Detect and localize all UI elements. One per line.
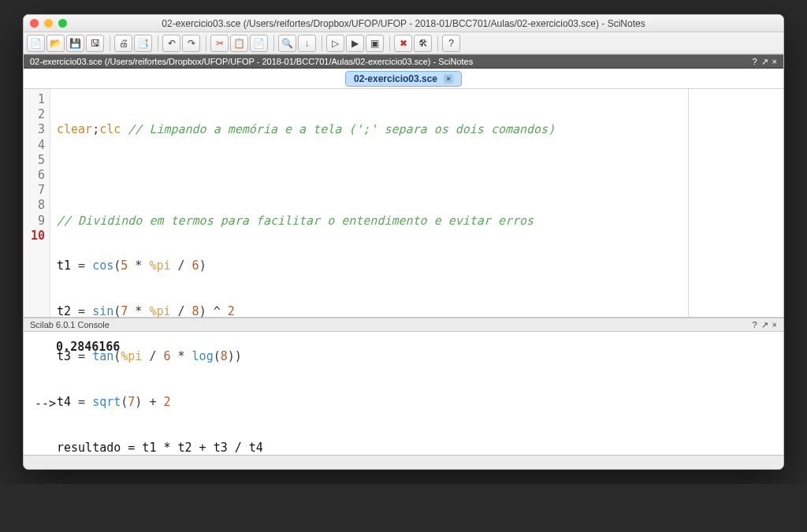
save-button[interactable]: 💾	[66, 35, 84, 52]
editor-pane-header: 02-exercicio03.sce (/Users/reifortes/Dro…	[24, 54, 783, 69]
operator: =	[78, 349, 85, 364]
operator: =	[78, 395, 85, 410]
open-file-button[interactable]: 📂	[46, 35, 65, 52]
minimize-window-icon[interactable]	[44, 19, 53, 28]
console-pane-expand-icon[interactable]: ↗	[761, 320, 768, 330]
operator: *	[171, 349, 192, 364]
editor-pane-close-icon[interactable]: ×	[772, 57, 777, 66]
new-file-button[interactable]: 📄	[27, 35, 45, 52]
print-button[interactable]: 🖨	[114, 35, 132, 52]
code-line[interactable]: resultado = t1 * t2 + t3 / t4	[57, 441, 682, 456]
code-line[interactable]: // Dividindo em termos para facilitar o …	[57, 214, 682, 229]
number: 2	[163, 395, 170, 410]
number: 8	[221, 349, 228, 364]
constant: %pi	[149, 304, 170, 319]
function: cos	[92, 259, 113, 273]
number: 6	[163, 349, 170, 364]
line-number: 1	[25, 92, 45, 107]
line-number: 2	[25, 107, 45, 122]
operator: =	[78, 259, 85, 273]
code-line[interactable]: clear;clc // Limpando a memória e a tela…	[57, 122, 682, 137]
keyword: clc	[99, 122, 121, 137]
line-number: 4	[25, 138, 45, 153]
number: 7	[128, 395, 135, 410]
zoom-window-icon[interactable]	[58, 19, 67, 28]
paren: )	[135, 395, 142, 410]
operator: /	[171, 259, 192, 273]
save-all-button[interactable]: 🖫	[86, 35, 104, 52]
number: 6	[192, 259, 199, 273]
code-editor[interactable]: 1 2 3 4 5 6 7 8 9 10 clear;clc // Limpan…	[24, 89, 783, 318]
line-number: 7	[25, 183, 45, 198]
toolbar-separator	[273, 35, 274, 51]
number: 5	[121, 259, 128, 273]
line-number-current: 10	[25, 229, 45, 244]
code-area[interactable]: clear;clc // Limpando a memória e a tela…	[50, 89, 689, 317]
identifier: t4	[57, 395, 78, 410]
toolbar: 📄 📂 💾 🖫 🖨 📑 ↶ ↷ ✂ 📋 📄 🔍 ↓ ▷ ▶ ▣ ✖ 🛠 ?	[24, 32, 783, 54]
code-line[interactable]: t1 = cos(5 * %pi / 6)	[57, 259, 682, 273]
number: 8	[192, 304, 199, 319]
tab-file[interactable]: 02-exercicio03.sce ×	[345, 71, 462, 87]
window-title: 02-exercicio03.sce (/Users/reifortes/Dro…	[30, 18, 777, 29]
paren: )	[199, 259, 206, 273]
function: sin	[92, 304, 113, 319]
code-line[interactable]: t2 = sin(7 * %pi / 8) ^ 2	[57, 304, 682, 319]
operator: =	[78, 304, 85, 319]
run-button[interactable]: ▷	[326, 35, 344, 52]
code-line[interactable]: t3 = tan(%pi / 6 * log(8))	[57, 349, 682, 364]
number: 7	[121, 304, 128, 319]
constant: %pi	[121, 349, 142, 364]
constant: %pi	[149, 259, 170, 273]
toolbar-separator	[206, 35, 206, 51]
line-number: 5	[25, 153, 45, 168]
redo-button[interactable]: ↷	[182, 35, 200, 52]
line-number: 3	[25, 122, 45, 137]
code-line[interactable]	[57, 168, 682, 183]
editor-pane-title: 02-exercicio03.sce (/Users/reifortes/Dro…	[30, 57, 473, 66]
run-file-button[interactable]: ▶	[346, 35, 364, 52]
paren: (	[214, 349, 221, 364]
paren: ))	[228, 349, 242, 364]
function: tan	[92, 349, 113, 364]
goto-line-button[interactable]: ↓	[298, 35, 316, 52]
tab-label: 02-exercicio03.sce	[354, 73, 437, 84]
paren: (	[121, 395, 128, 410]
operator: /	[171, 304, 192, 319]
line-number: 8	[25, 198, 45, 213]
titlebar: 02-exercicio03.sce (/Users/reifortes/Dro…	[24, 15, 783, 32]
code-line[interactable]: t4 = sqrt(7) + 2	[57, 395, 682, 410]
print-preview-button[interactable]: 📑	[134, 35, 152, 52]
tab-close-icon[interactable]: ×	[444, 74, 453, 84]
undo-button[interactable]: ↶	[162, 35, 180, 52]
identifier: t3	[57, 349, 78, 364]
identifier: t2	[57, 304, 78, 319]
operator: ^	[206, 304, 228, 319]
console-pane-help-icon[interactable]: ?	[752, 320, 757, 329]
paren: (	[113, 304, 121, 319]
cut-button[interactable]: ✂	[210, 35, 229, 52]
console-pane-close-icon[interactable]: ×	[772, 320, 777, 329]
paren: )	[199, 304, 206, 319]
help-button[interactable]: ?	[442, 35, 460, 52]
code-text: resultado = t1 * t2 + t3 / t4	[57, 441, 263, 456]
close-window-icon[interactable]	[30, 19, 39, 28]
editor-pane-help-icon[interactable]: ?	[752, 57, 757, 66]
comment: // Limpando a memória e a tela (';' sepa…	[121, 122, 555, 137]
find-button[interactable]: 🔍	[278, 35, 296, 52]
operator: *	[128, 259, 149, 273]
toolbar-separator	[437, 35, 438, 51]
preferences-button[interactable]: ✖	[394, 35, 412, 52]
editor-pane-expand-icon[interactable]: ↗	[761, 57, 768, 67]
function: sqrt	[92, 395, 121, 410]
operator: +	[142, 395, 163, 410]
identifier: t1	[57, 259, 78, 273]
line-number: 9	[25, 214, 45, 229]
traffic-lights	[30, 19, 67, 28]
paste-button[interactable]: 📄	[250, 35, 268, 52]
copy-button[interactable]: 📋	[230, 35, 248, 52]
run-selection-button[interactable]: ▣	[366, 35, 384, 52]
line-number: 6	[25, 168, 45, 183]
tools-button[interactable]: 🛠	[414, 35, 432, 52]
editor-tabs: 02-exercicio03.sce ×	[24, 69, 783, 89]
